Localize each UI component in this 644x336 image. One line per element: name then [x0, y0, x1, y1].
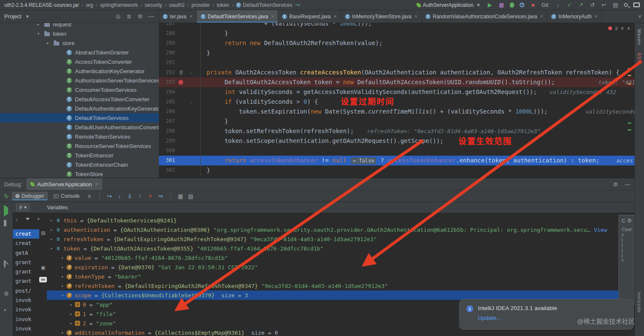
- stack-frame-row[interactable]: post/: [13, 286, 39, 296]
- expand-chevron-icon[interactable]: ▸: [49, 237, 55, 241]
- history-button[interactable]: ↺: [589, 2, 595, 8]
- project-tree-item[interactable]: TokenEnhancer: [0, 151, 159, 160]
- drop-frame-button[interactable]: ×: [147, 193, 154, 199]
- line-number[interactable]: 287: [161, 23, 175, 28]
- restore-layout-icon[interactable]: ▨: [41, 230, 45, 236]
- view-breakpoints-button[interactable]: ▦: [177, 193, 184, 199]
- panel-item[interactable]: j: [622, 252, 623, 257]
- build-tool-icon[interactable]: ▦: [498, 2, 504, 8]
- project-tree-item[interactable]: AccessTokenConverter: [0, 57, 159, 66]
- variable-row[interactable]: ▸ expiration = {Date@9370} "Sat Jan 22 0…: [47, 262, 635, 272]
- project-tree-item[interactable]: ▸ store: [0, 38, 159, 48]
- breadcrumb-item[interactable]: security: [138, 2, 162, 8]
- line-number[interactable]: 298: [161, 126, 175, 136]
- expand-chevron-icon[interactable]: ▸: [60, 265, 66, 269]
- panel-item[interactable]: j: [622, 242, 623, 247]
- panel-item[interactable]: j: [622, 247, 623, 252]
- locate-file-button[interactable]: ◎: [115, 13, 121, 20]
- git-commit-button[interactable]: ✓: [566, 2, 572, 8]
- step-into-button[interactable]: ↓: [116, 193, 124, 199]
- code-line[interactable]: 298 token.setRefreshToken(refreshToken);…: [159, 126, 635, 136]
- filter-icon[interactable]: [26, 218, 30, 220]
- project-tree-item[interactable]: DefaultUserAuthenticationConverter: [0, 122, 159, 132]
- project-tree-item[interactable]: TokenStore: [0, 169, 159, 178]
- line-number[interactable]: 302: [161, 165, 175, 175]
- show-watches-icon[interactable]: oo: [39, 277, 47, 282]
- prev-problem-icon[interactable]: ∧: [627, 26, 630, 31]
- expand-chevron-icon[interactable]: ▾: [37, 31, 44, 36]
- variable-row[interactable]: ▸ authentication = {OAuth2Authentication…: [47, 225, 635, 234]
- stack-frame-row[interactable]: grant: [13, 258, 39, 267]
- debug-session-tab[interactable]: AuthServerApplication ×: [26, 178, 102, 190]
- profiler-button[interactable]: [520, 3, 524, 7]
- expand-chevron-icon[interactable]: ▾: [60, 293, 66, 297]
- code-line[interactable]: 290}: [159, 48, 635, 58]
- expand-chevron-icon[interactable]: ▸: [60, 256, 66, 260]
- close-icon[interactable]: ×: [271, 14, 274, 20]
- hamburger-menu-icon[interactable]: ≡: [86, 193, 93, 199]
- gear-icon[interactable]: ⚙: [137, 13, 143, 20]
- gear-icon[interactable]: ⚙: [627, 217, 632, 224]
- project-tree-item[interactable]: RemoteTokenServices: [0, 132, 159, 141]
- expand-chevron-icon[interactable]: ▸: [60, 330, 66, 335]
- variable-row[interactable]: ▸ tokenType = "bearer": [47, 272, 635, 281]
- related-symbol-icon[interactable]: ↪: [295, 2, 301, 8]
- rerun-button[interactable]: ↻: [3, 193, 9, 199]
- code-line[interactable]: 287 + (validitySeconds * 1000L)));: [159, 23, 635, 28]
- settings-gear-icon[interactable]: ⚙: [4, 290, 9, 297]
- expand-chevron-icon[interactable]: ▸: [68, 302, 74, 307]
- tab-overflow-icon[interactable]: ∨: [638, 14, 641, 19]
- expand-chevron-icon[interactable]: ▸: [37, 23, 44, 26]
- project-tree-item[interactable]: ResourceServerTokenServices: [0, 141, 159, 151]
- project-tree-item[interactable]: AbstractTokenGranter: [0, 48, 159, 57]
- stop-button[interactable]: ■: [530, 2, 536, 8]
- expand-chevron-icon[interactable]: ▸: [49, 218, 55, 222]
- fold-icon[interactable]: [190, 68, 192, 78]
- project-tree-item[interactable]: DefaultTokenServices: [0, 113, 159, 122]
- leetcode-tool-button[interactable]: leetcode: [637, 292, 642, 313]
- code-line[interactable]: 302}: [159, 165, 635, 175]
- code-line[interactable]: 289 return new DefaultOAuth2RefreshToken…: [159, 38, 635, 48]
- inspection-widget[interactable]: 3 ∨ ∧: [608, 26, 630, 31]
- panel-item[interactable]: j: [622, 237, 623, 242]
- project-tool-window-header[interactable]: Project ▾ ◎ ≣ ⚙ —: [0, 10, 159, 23]
- search-icon[interactable]: [624, 3, 628, 7]
- rollback-button[interactable]: ↩: [601, 2, 607, 8]
- variable-row[interactable]: ▸ refreshToken = {DefaultExpiringOAuth2R…: [47, 234, 635, 244]
- code-line[interactable]: 297 }: [159, 117, 635, 126]
- project-tree-item[interactable]: AuthenticationKeyGenerator: [0, 66, 159, 76]
- line-number[interactable]: 292: [161, 68, 175, 77]
- layout-settings-button[interactable]: ▨: [187, 193, 195, 199]
- project-tree-item[interactable]: ▸ request: [0, 23, 159, 29]
- line-number[interactable]: 293: [161, 77, 175, 87]
- line-number[interactable]: 291: [161, 58, 175, 68]
- git-push-button[interactable]: ↗: [578, 2, 584, 8]
- code-line-execution-point[interactable]: 301 return accessTokenEnhancer != null =…: [159, 156, 635, 165]
- stack-frame-row[interactable]: getA: [13, 248, 39, 258]
- add-watch-icon[interactable]: +: [37, 216, 40, 222]
- update-link[interactable]: Update...: [478, 315, 557, 321]
- code-line[interactable]: 292@private OAuth2AccessToken createAcce…: [159, 68, 635, 77]
- editor-tab[interactable]: ter.java ×: [159, 10, 197, 23]
- line-number[interactable]: 289: [161, 38, 175, 48]
- expand-chevron-icon[interactable]: ▸: [68, 321, 74, 325]
- close-icon[interactable]: ×: [190, 14, 193, 20]
- maven-tool-button[interactable]: Maven: [637, 29, 642, 45]
- editor-tab[interactable]: InMemoryTokenStore.java ×: [341, 10, 422, 23]
- debug-button[interactable]: [510, 3, 514, 8]
- close-icon[interactable]: ×: [334, 14, 337, 20]
- hide-panel-button[interactable]: —: [148, 13, 154, 20]
- code-line[interactable]: 291: [159, 58, 635, 68]
- collapse-all-button[interactable]: ≣: [126, 13, 132, 20]
- line-number[interactable]: 297: [161, 117, 175, 126]
- editor-tab[interactable]: InMemoryAuth ×: [547, 10, 602, 23]
- threads-combo[interactable]: F▾: [16, 204, 30, 211]
- panel-item[interactable]: c: [622, 232, 624, 237]
- project-tree-item[interactable]: TokenEnhancerChain: [0, 160, 159, 169]
- stack-frame-row[interactable]: invok: [13, 324, 39, 333]
- expand-chevron-icon[interactable]: ▾: [49, 246, 55, 251]
- line-number[interactable]: 288: [161, 28, 175, 38]
- code-line-breakpoint[interactable]: 293 DefaultOAuth2AccessToken token = new…: [159, 77, 635, 87]
- step-over-button[interactable]: ↪: [106, 193, 113, 199]
- code-line[interactable]: 300: [159, 146, 635, 156]
